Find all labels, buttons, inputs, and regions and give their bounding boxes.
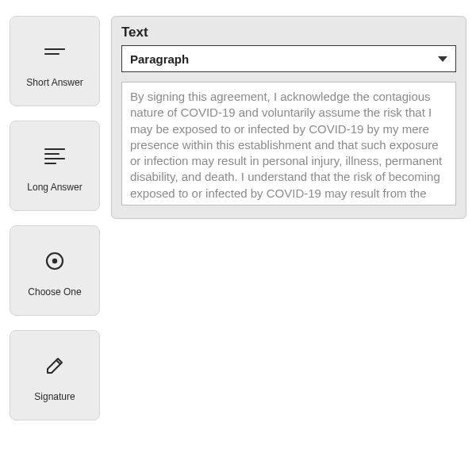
field-tile-label: Long Answer: [27, 182, 82, 193]
field-type-sidebar: Short Answer Long Answer Choose One: [10, 16, 100, 420]
radio-icon: [37, 244, 72, 278]
text-type-select[interactable]: Paragraph: [121, 45, 456, 72]
field-tile-choose-one[interactable]: Choose One: [10, 225, 100, 316]
panel-title: Text: [121, 25, 456, 40]
field-tile-label: Choose One: [28, 286, 81, 298]
field-tile-label: Short Answer: [26, 77, 83, 88]
pencil-icon: [37, 348, 72, 383]
long-answer-icon: [37, 139, 72, 174]
short-answer-icon: [37, 34, 72, 69]
chevron-down-icon: [438, 56, 447, 62]
select-value: Paragraph: [130, 52, 438, 66]
svg-point-7: [52, 259, 57, 263]
field-tile-long-answer[interactable]: Long Answer: [10, 121, 100, 211]
text-config-panel: Text Paragraph: [111, 16, 466, 219]
field-tile-label: Signature: [34, 391, 75, 402]
paragraph-textarea[interactable]: [121, 82, 456, 205]
field-tile-short-answer[interactable]: Short Answer: [10, 16, 100, 106]
field-tile-signature[interactable]: Signature: [10, 330, 100, 420]
